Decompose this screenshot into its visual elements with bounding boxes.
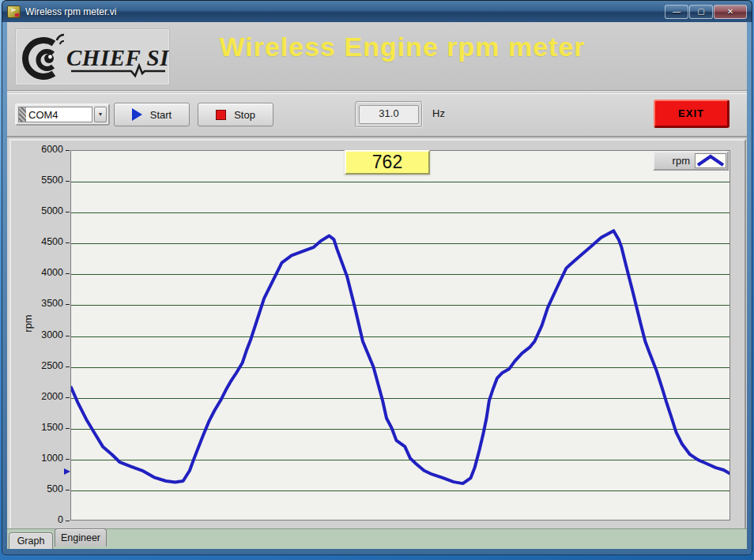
y-tick-label: 5000	[41, 205, 63, 216]
com-port-value[interactable]: COM4	[28, 109, 58, 121]
y-tick-mark	[66, 397, 70, 398]
tab-strip: Graph Engineer	[7, 528, 747, 549]
com-port-dropdown-button[interactable]: ▾	[94, 107, 107, 122]
logo-eye	[48, 55, 52, 59]
play-icon	[132, 108, 142, 121]
rpm-waveform	[71, 151, 729, 520]
y-tick-mark	[66, 242, 70, 243]
com-port-selector[interactable]: COM4 ▾	[15, 103, 110, 126]
start-button-label: Start	[150, 109, 172, 121]
rpm-curve	[71, 231, 729, 483]
header-band: CHIEF SI Wireless Engine rpm meter	[7, 22, 747, 92]
y-tick-mark	[66, 490, 70, 490]
legend-line-icon	[698, 156, 723, 165]
app-window: Wireless rpm meter.vi — ▢ ✕ CHIEF S	[2, 0, 752, 555]
y-tick-label: 4500	[41, 236, 63, 247]
minimize-button[interactable]: —	[665, 5, 688, 19]
y-tick-mark	[66, 459, 70, 460]
y-tick-mark	[66, 336, 70, 336]
y-tick-mark	[66, 304, 70, 305]
front-panel: CHIEF SI Wireless Engine rpm meter COM4 …	[7, 22, 747, 549]
stop-button-label: Stop	[234, 109, 255, 121]
y-tick-mark	[66, 212, 70, 212]
y-tick-mark	[66, 428, 70, 429]
y-tick-label: 5500	[41, 175, 63, 186]
toolbar: COM4 ▾ Start Stop 31.0 Hz EXIT	[7, 93, 747, 137]
exit-button[interactable]: EXIT	[654, 100, 729, 128]
close-button[interactable]: ✕	[714, 5, 747, 19]
y-tick-mark	[66, 181, 70, 182]
stop-button[interactable]: Stop	[198, 103, 273, 126]
page-title: Wireless Engine rpm meter	[205, 32, 600, 62]
stop-square-icon	[216, 110, 226, 120]
y-tick-label: 1000	[41, 453, 63, 464]
start-button[interactable]: Start	[114, 103, 190, 126]
logo-text: CHIEF SI	[66, 45, 169, 70]
frequency-value[interactable]: 31.0	[359, 105, 419, 124]
y-tick-label: 3000	[41, 329, 63, 340]
y-tick-label: 3500	[41, 298, 63, 309]
logo-signal-arc	[57, 35, 64, 40]
tab-engineer[interactable]: Engineer	[55, 528, 107, 547]
legend-label: rpm	[673, 155, 690, 167]
chief-si-logo: CHIEF SI	[15, 28, 170, 85]
y-tick-mark	[66, 273, 70, 274]
y-tick-label: 0	[58, 514, 63, 525]
frequency-unit-label: Hz	[432, 107, 445, 119]
title-bar[interactable]: Wireless rpm meter.vi — ▢ ✕	[2, 0, 752, 22]
plot-legend[interactable]: rpm	[653, 151, 729, 171]
rpm-digital-display: 762	[345, 150, 430, 175]
y-tick-mark	[66, 150, 70, 151]
frequency-control[interactable]: 31.0	[355, 101, 423, 128]
y-tick-label: 500	[47, 483, 63, 494]
waveform-chart[interactable]	[70, 150, 730, 521]
y-tick-label: 6000	[41, 144, 63, 155]
y-tick-mark	[66, 366, 70, 367]
tab-graph[interactable]: Graph	[9, 532, 53, 549]
y-tick-label: 1500	[41, 422, 63, 433]
y-tick-label: 2000	[41, 391, 63, 402]
axis-marker-arrow-icon	[64, 468, 70, 475]
y-tick-mark	[66, 521, 70, 521]
labview-vi-icon	[7, 6, 21, 18]
visa-io-icon	[19, 107, 26, 122]
maximize-button[interactable]: ▢	[689, 5, 713, 19]
legend-line-swatch[interactable]	[695, 153, 726, 168]
graph-panel: rpm 050010001500200025003000350040004500…	[9, 139, 746, 531]
y-axis: 0500100015002000250030003500400045005000…	[11, 150, 70, 521]
window-frame: CHIEF SI Wireless Engine rpm meter COM4 …	[2, 22, 752, 555]
window-title: Wireless rpm meter.vi	[25, 6, 116, 17]
y-tick-label: 2500	[41, 360, 63, 371]
y-tick-label: 4000	[41, 267, 63, 278]
